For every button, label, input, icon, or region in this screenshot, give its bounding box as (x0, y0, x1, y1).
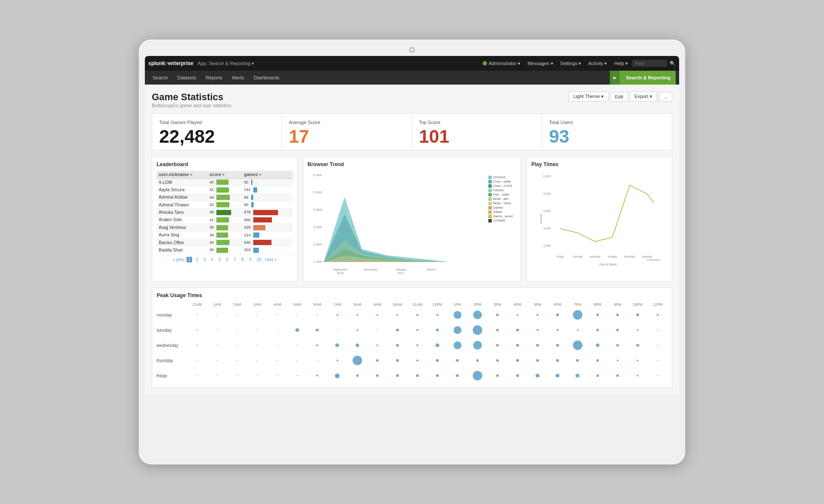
nav-datasets[interactable]: Datasets (173, 71, 200, 85)
score-cell: 39 (207, 246, 242, 254)
page-10[interactable]: 10 (255, 257, 263, 262)
svg-text:November: November (363, 268, 378, 271)
bubble-cell (548, 308, 567, 322)
bubble (295, 328, 299, 332)
bubble-cell (288, 338, 307, 353)
bubble (657, 314, 658, 316)
admin-menu[interactable]: Administrator ▾ (480, 56, 523, 71)
page-9[interactable]: 9 (247, 257, 253, 262)
bubble-chart: 12AM1AM2AM3AM4AM5AM6AM7AM8AM9AM10AM11AM1… (157, 302, 667, 383)
table-row: Asajj Ventress (157, 224, 207, 231)
hour-header: 9AM (368, 302, 387, 307)
nav-reports[interactable]: Reports (201, 71, 227, 85)
bubble (416, 360, 418, 361)
help-menu[interactable]: Help ▾ (611, 56, 631, 71)
page-6[interactable]: 6 (224, 257, 230, 262)
stat-top-score: Top Score 101 (412, 113, 542, 151)
hour-header: 12AM (187, 302, 207, 307)
bubble (456, 359, 459, 362)
score-cell: 41 (207, 216, 242, 223)
bubble (217, 360, 218, 361)
nav-search[interactable]: Search (148, 71, 172, 85)
bubble-cell (307, 308, 327, 322)
page-3[interactable]: 3 (202, 257, 208, 262)
bubble (657, 360, 658, 361)
next-page[interactable]: next » (265, 257, 277, 262)
bubble-cell (628, 308, 647, 322)
bubble (473, 311, 482, 319)
bubble-cell (408, 323, 427, 337)
nav-dashboards[interactable]: Dashboards (249, 71, 284, 85)
admin-status-dot (483, 61, 487, 65)
stat-total-games: Total Games Played 22,482 (152, 113, 282, 151)
bubble (416, 344, 418, 346)
bubble-cell (428, 323, 447, 337)
bubble-cell (368, 323, 387, 337)
svg-text:January: January (396, 268, 406, 272)
bubble-cell (248, 368, 267, 383)
find-input[interactable] (632, 60, 667, 67)
stat-label-1: Average Score (289, 120, 405, 125)
col-games[interactable]: games ÷ (242, 171, 293, 179)
bubble (237, 330, 238, 331)
page-title-block: Game Statistics ButtercupGo game and use… (152, 92, 569, 108)
app-label[interactable]: App: Search & Reporting ▾ (198, 61, 255, 66)
bubble (556, 344, 559, 347)
page-8[interactable]: 8 (240, 257, 246, 262)
bubble (616, 329, 619, 332)
page-2[interactable]: 2 (194, 257, 200, 262)
bubble (454, 311, 461, 319)
svg-text:Games: Games (540, 213, 543, 223)
games-cell: 203 (242, 246, 293, 254)
theme-button[interactable]: Light Theme ▾ (569, 92, 608, 101)
col-nickname[interactable]: user.nickname ÷ (157, 171, 207, 179)
bubble-cell (248, 323, 267, 337)
bubble-cell (648, 353, 667, 368)
col-score[interactable]: score ÷ (207, 171, 242, 179)
bubble-cell (448, 323, 467, 337)
edit-button[interactable]: Edit (610, 92, 628, 101)
activity-menu[interactable]: Activity ▾ (585, 56, 610, 71)
bubble (396, 344, 399, 347)
peak-usage-panel: Peak Usage Times 12AM1AM2AM3AM4AM5AM6AM7… (152, 288, 672, 388)
svg-text:2017: 2017 (398, 272, 405, 275)
main-content: Game Statistics ButtercupGo game and use… (145, 85, 679, 395)
bubble-cell (568, 323, 587, 337)
svg-text:2,000: 2,000 (313, 242, 322, 246)
bubble-cell (428, 308, 447, 322)
stat-value-0: 22,482 (159, 128, 275, 146)
bubble-cell (207, 338, 227, 353)
settings-menu[interactable]: Settings ▾ (558, 56, 584, 71)
bubble (196, 330, 197, 331)
export-button[interactable]: Export ▾ (630, 92, 657, 101)
bubble-cell (528, 353, 547, 368)
bubble (436, 374, 439, 377)
stat-avg-score: Average Score 17 (282, 113, 412, 151)
bubble-cell (327, 353, 347, 368)
prev-page[interactable]: « prev (173, 257, 185, 262)
bubble (616, 344, 619, 347)
nav-alerts[interactable]: Alerts (228, 71, 249, 85)
table-row: Aurra Sing (157, 231, 207, 239)
bubble (377, 330, 378, 331)
bubble (536, 359, 539, 362)
page-1[interactable]: 1 (186, 257, 193, 262)
bubble (237, 345, 238, 346)
page-7[interactable]: 7 (232, 257, 238, 262)
bubble (335, 373, 340, 378)
bubble (316, 329, 319, 332)
bubble-cell (327, 368, 347, 383)
bubble-cell (248, 308, 267, 322)
page-5[interactable]: 5 (217, 257, 223, 262)
svg-text:March: March (427, 268, 436, 271)
bubble (454, 341, 461, 349)
page-4[interactable]: 4 (209, 257, 215, 262)
svg-text:4,000: 4,000 (313, 208, 322, 212)
bubble (237, 375, 238, 376)
bubble-cell (588, 308, 607, 322)
hour-header: 5PM (528, 302, 547, 307)
messages-menu[interactable]: Messages ▾ (525, 56, 556, 71)
bubble (257, 345, 258, 346)
more-button[interactable]: ... (659, 92, 672, 101)
search-reporting-button[interactable]: ► Search & Reporting (610, 71, 676, 85)
